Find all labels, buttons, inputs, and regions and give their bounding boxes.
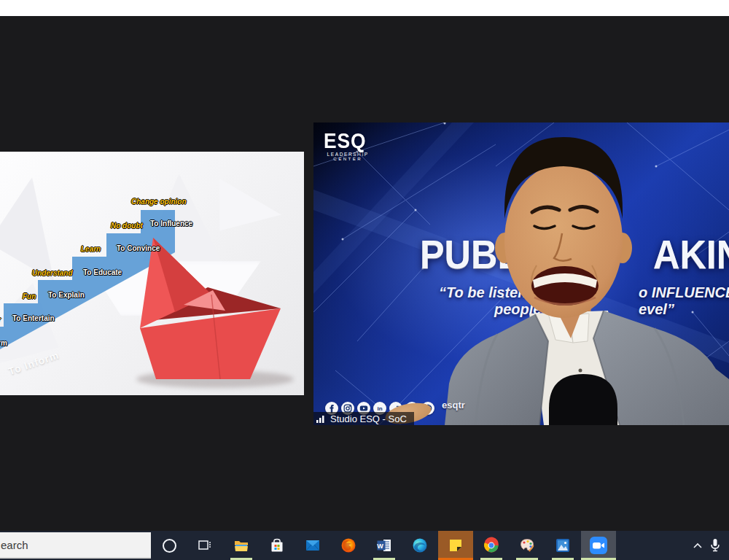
goal-label: Fun xyxy=(23,292,36,300)
firefox-icon xyxy=(340,537,357,554)
step-label: rm xyxy=(0,339,7,347)
tray-microphone-button[interactable] xyxy=(703,531,727,560)
task-view-button[interactable] xyxy=(187,531,222,560)
speaker-video-panel[interactable]: ESQ LEADERSHIP CENTER PUBLIC AKING “To b… xyxy=(313,122,729,425)
task-view-icon xyxy=(198,538,212,553)
taskbar-search-input[interactable] xyxy=(0,532,151,559)
chrome-icon xyxy=(483,537,500,554)
chevron-up-icon xyxy=(693,542,703,549)
edge-button[interactable] xyxy=(402,531,437,560)
file-explorer-icon xyxy=(233,537,250,554)
file-explorer-button[interactable] xyxy=(224,531,259,560)
step-label: To Influence xyxy=(150,219,192,228)
sticky-notes-icon xyxy=(447,537,464,554)
desktop: Change opinion No doubt Learn Understand… xyxy=(0,0,729,560)
sticky-notes-button[interactable] xyxy=(438,531,473,560)
svg-text:in: in xyxy=(377,405,382,412)
paint-icon xyxy=(518,537,536,554)
word-letter: W xyxy=(376,542,384,550)
edge-icon xyxy=(411,537,429,554)
top-white-strip xyxy=(0,0,729,16)
microphone-icon xyxy=(709,538,721,553)
goal-label: No doubt xyxy=(111,222,143,230)
participant-name: Studio ESQ - SoC xyxy=(330,413,407,424)
photos-icon xyxy=(554,537,572,554)
goal-label: Change opinion xyxy=(131,198,187,206)
zoom-app-icon xyxy=(589,536,608,555)
zoom-app-button[interactable] xyxy=(581,531,616,560)
step-label: To Educate xyxy=(83,268,122,276)
microsoft-store-icon xyxy=(268,537,286,554)
word-button[interactable]: W xyxy=(367,531,402,560)
cortana-button[interactable] xyxy=(152,531,187,560)
step-label: To Explain xyxy=(48,291,85,299)
paint-button[interactable] xyxy=(510,531,545,560)
step-label: To Convince xyxy=(117,244,160,252)
step-label: To Entertain xyxy=(12,314,55,322)
speaker-person xyxy=(313,122,729,425)
mail-button[interactable] xyxy=(295,531,330,560)
signal-bars-icon xyxy=(316,414,327,423)
chrome-button[interactable] xyxy=(474,531,509,560)
firefox-button[interactable] xyxy=(331,531,366,560)
cortana-icon xyxy=(163,539,176,553)
goal-label: r xyxy=(0,316,1,324)
participant-name-overlay: Studio ESQ - SoC xyxy=(313,412,414,425)
mail-icon xyxy=(304,537,321,554)
microsoft-store-button[interactable] xyxy=(260,531,295,560)
goal-label: Understand xyxy=(32,269,73,277)
photos-button[interactable] xyxy=(545,531,580,560)
shared-slide-panel[interactable]: Change opinion No doubt Learn Understand… xyxy=(0,152,304,395)
goal-label: Learn xyxy=(81,245,101,253)
social-handle-text: esqtr xyxy=(442,400,465,411)
